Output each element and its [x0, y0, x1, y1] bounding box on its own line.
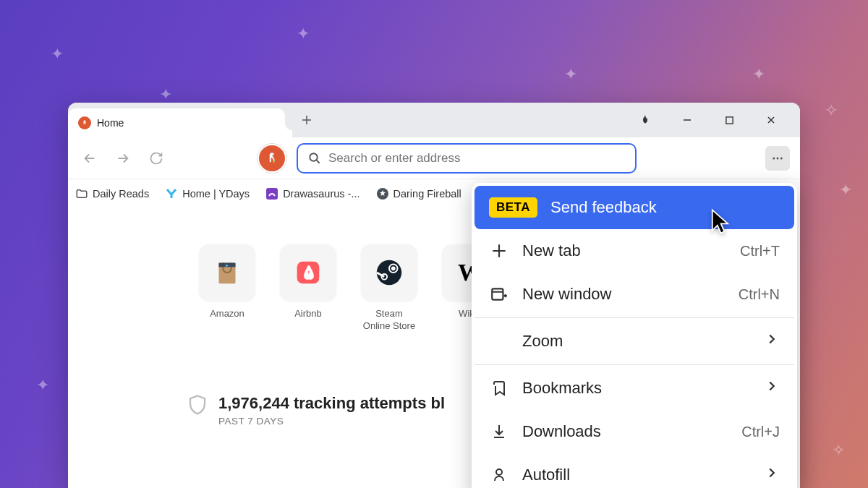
duckduckgo-logo-icon	[258, 144, 286, 173]
airbnb-icon	[280, 244, 336, 301]
favorite-airbnb[interactable]: Airbnb	[279, 244, 337, 333]
folder-icon	[75, 187, 88, 200]
plus-icon	[489, 241, 509, 261]
more-icon	[771, 152, 784, 165]
menu-label: New tab	[522, 241, 727, 260]
svg-point-3	[273, 155, 274, 156]
beta-badge: BETA	[489, 197, 537, 218]
download-icon	[489, 421, 509, 442]
menu-button[interactable]	[765, 146, 790, 171]
new-tab-button[interactable]	[295, 108, 318, 132]
menu-separator	[475, 364, 794, 365]
back-button[interactable]	[78, 147, 101, 170]
bookmarks-icon	[489, 378, 509, 398]
menu-shortcut: Ctrl+N	[739, 286, 780, 303]
bookmark-label: Daily Reads	[93, 188, 149, 200]
main-menu-dropdown: BETA Send feedback New tab Ctrl+T New wi…	[472, 183, 797, 488]
svg-point-6	[777, 157, 779, 159]
favorite-amazon[interactable]: Amazon	[198, 244, 256, 333]
svg-point-4	[310, 153, 318, 161]
svg-point-7	[780, 157, 783, 159]
tab-favicon-duckduckgo	[78, 116, 91, 129]
menu-label: Bookmarks	[522, 379, 751, 398]
tracking-count: 1,976,244 tracking attempts bl	[218, 394, 445, 413]
tab-title: Home	[97, 117, 124, 129]
bookmark-ydays[interactable]: Home | YDays	[165, 187, 250, 200]
search-icon	[308, 152, 321, 165]
shield-icon	[187, 394, 208, 419]
address-bar[interactable]	[297, 143, 637, 174]
autofill-icon	[489, 465, 509, 485]
svg-point-5	[773, 157, 775, 159]
menu-label: Send feedback	[550, 198, 780, 217]
favorite-steam[interactable]: Steam Online Store	[360, 244, 418, 333]
menu-new-tab[interactable]: New tab Ctrl+T	[475, 229, 794, 273]
svg-rect-18	[492, 288, 503, 299]
mouse-cursor-icon	[709, 208, 736, 239]
window-controls	[634, 108, 800, 132]
drawasaurus-icon	[265, 187, 278, 200]
menu-label: New window	[522, 285, 726, 304]
bookmark-daring-fireball[interactable]: Daring Fireball	[376, 187, 461, 200]
tracking-period: PAST 7 DAYS	[218, 416, 445, 427]
active-tab[interactable]: Home	[68, 108, 285, 137]
daring-fireball-icon	[376, 187, 389, 200]
chevron-right-icon	[764, 331, 780, 351]
menu-bookmarks[interactable]: Bookmarks	[475, 367, 794, 410]
menu-label: Downloads	[522, 422, 728, 441]
svg-point-16	[391, 266, 396, 270]
menu-label: Autofill	[522, 466, 751, 484]
toolbar	[68, 137, 800, 179]
menu-separator	[475, 317, 794, 318]
forward-button[interactable]	[111, 147, 135, 170]
titlebar: Home	[68, 103, 800, 137]
menu-downloads[interactable]: Downloads Ctrl+J	[475, 410, 794, 453]
fire-button[interactable]	[634, 108, 657, 132]
close-button[interactable]	[760, 108, 783, 132]
maximize-button[interactable]	[718, 108, 741, 132]
amazon-icon	[199, 244, 255, 301]
bookmark-drawasaurus[interactable]: Drawasaurus -...	[265, 187, 359, 200]
favorite-label: Airbnb	[294, 308, 322, 320]
menu-label: Zoom	[522, 332, 751, 351]
address-input[interactable]	[328, 151, 625, 166]
favorite-label: Amazon	[210, 308, 244, 320]
bookmark-label: Daring Fireball	[393, 188, 461, 200]
window-plus-icon	[489, 284, 509, 304]
steam-icon	[361, 244, 417, 301]
menu-shortcut: Ctrl+J	[741, 424, 780, 440]
menu-new-window[interactable]: New window Ctrl+N	[475, 273, 794, 316]
svg-point-14	[377, 260, 402, 286]
bookmark-label: Drawasaurus -...	[283, 188, 359, 200]
svg-point-2	[263, 150, 280, 166]
favorite-label: Steam Online Store	[363, 308, 415, 333]
chevron-right-icon	[764, 465, 780, 485]
ydays-icon	[165, 187, 178, 200]
bookmark-label: Home | YDays	[182, 188, 250, 200]
chevron-right-icon	[764, 378, 780, 398]
reload-button[interactable]	[145, 147, 168, 170]
menu-shortcut: Ctrl+T	[740, 243, 780, 260]
menu-zoom[interactable]: Zoom	[475, 320, 794, 363]
menu-send-feedback[interactable]: BETA Send feedback	[475, 186, 794, 229]
bookmark-daily-reads[interactable]: Daily Reads	[75, 187, 149, 200]
minimize-button[interactable]	[676, 108, 699, 132]
svg-rect-1	[726, 116, 732, 123]
svg-point-19	[496, 469, 502, 475]
menu-autofill[interactable]: Autofill	[475, 453, 794, 488]
